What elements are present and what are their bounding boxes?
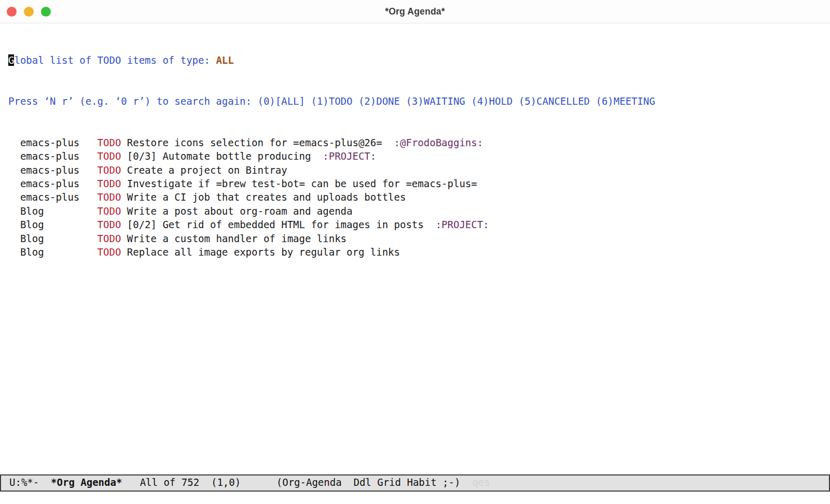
modeline-position[interactable]: All of 752 (1,0) bbox=[122, 477, 276, 488]
agenda-search-hint-line: Press ‘N r’ (e.g. ‘0 r’) to search again… bbox=[8, 94, 830, 108]
category-cell: Blog bbox=[8, 219, 98, 230]
agenda-header-text: lobal list of TODO items of type: bbox=[14, 54, 216, 66]
todo-keyword: TODO bbox=[98, 233, 121, 244]
item-text: Write a custom handler of image links bbox=[121, 233, 347, 244]
agenda-item-row[interactable]: Blog TODO [0/2] Get rid of embedded HTML… bbox=[8, 218, 830, 231]
todo-keyword: TODO bbox=[98, 150, 121, 162]
item-tag: :@FrodoBaggins: bbox=[382, 137, 483, 148]
todo-keyword: TODO bbox=[98, 246, 121, 258]
item-text: [0/2] Get rid of embedded HTML for image… bbox=[121, 219, 423, 230]
agenda-item-row[interactable]: emacs-plus TODO [0/3] Automate bottle pr… bbox=[8, 149, 830, 163]
modeline-ghost-text: qes bbox=[460, 477, 490, 488]
agenda-item-row[interactable]: Blog TODO Write a post about org-roam an… bbox=[8, 204, 830, 218]
emacs-window: *Org Agenda* Global list of TODO items o… bbox=[0, 0, 830, 504]
category-cell: Blog bbox=[8, 205, 98, 217]
item-text: Investigate if =brew test-bot= can be us… bbox=[121, 178, 477, 189]
item-text: [0/3] Automate bottle producing bbox=[121, 150, 311, 162]
close-button[interactable] bbox=[7, 7, 17, 17]
item-tag: :PROJECT: bbox=[311, 150, 376, 162]
agenda-item-row[interactable]: emacs-plus TODO Write a CI job that crea… bbox=[8, 190, 830, 204]
modeline-modes[interactable]: (Org-Agenda Ddl Grid Habit ;-) bbox=[276, 477, 461, 488]
todo-keyword: TODO bbox=[98, 219, 121, 230]
agenda-item-row[interactable]: emacs-plus TODO Restore icons selection … bbox=[8, 136, 830, 149]
minimize-button[interactable] bbox=[24, 7, 34, 17]
window-title: *Org Agenda* bbox=[0, 0, 830, 23]
agenda-filter-type: ALL bbox=[216, 54, 233, 66]
text-cursor: G bbox=[8, 54, 14, 66]
category-cell: Blog bbox=[8, 246, 98, 258]
todo-keyword: TODO bbox=[98, 205, 121, 217]
echo-area[interactable] bbox=[0, 492, 830, 504]
agenda-buffer[interactable]: Global list of TODO items of type: ALL P… bbox=[0, 24, 830, 474]
category-cell: emacs-plus bbox=[8, 164, 98, 176]
category-cell: Blog bbox=[8, 233, 98, 244]
modeline: U:%*- *Org Agenda* All of 752 (1,0) (Org… bbox=[0, 474, 830, 492]
zoom-button[interactable] bbox=[41, 7, 51, 17]
item-text: Restore icons selection for =emacs-plus@… bbox=[121, 137, 382, 148]
item-text: Create a project on Bintray bbox=[121, 164, 287, 176]
agenda-items: emacs-plus TODO Restore icons selection … bbox=[8, 136, 830, 259]
item-text: Write a CI job that creates and uploads … bbox=[121, 191, 406, 203]
item-text: Write a post about org-roam and agenda bbox=[121, 205, 352, 217]
agenda-item-row[interactable]: emacs-plus TODO Investigate if =brew tes… bbox=[8, 177, 830, 190]
agenda-item-row[interactable]: Blog TODO Replace all image exports by r… bbox=[8, 245, 830, 259]
modeline-buffer-name[interactable]: *Org Agenda* bbox=[51, 477, 122, 488]
item-text: Replace all image exports by regular org… bbox=[121, 246, 400, 258]
item-tag: :PROJECT: bbox=[424, 219, 489, 230]
modeline-flags[interactable]: U:%*- bbox=[9, 477, 51, 488]
category-cell: emacs-plus bbox=[8, 178, 98, 189]
agenda-item-row[interactable]: emacs-plus TODO Create a project on Bint… bbox=[8, 163, 830, 177]
todo-keyword: TODO bbox=[98, 191, 121, 203]
category-cell: emacs-plus bbox=[8, 137, 98, 148]
titlebar: *Org Agenda* bbox=[0, 0, 830, 23]
agenda-item-row[interactable]: Blog TODO Write a custom handler of imag… bbox=[8, 232, 830, 245]
category-cell: emacs-plus bbox=[8, 191, 98, 203]
agenda-header-line: Global list of TODO items of type: ALL bbox=[8, 53, 830, 67]
todo-keyword: TODO bbox=[98, 164, 121, 176]
todo-keyword: TODO bbox=[98, 178, 121, 189]
category-cell: emacs-plus bbox=[8, 150, 98, 162]
todo-keyword: TODO bbox=[98, 137, 121, 148]
